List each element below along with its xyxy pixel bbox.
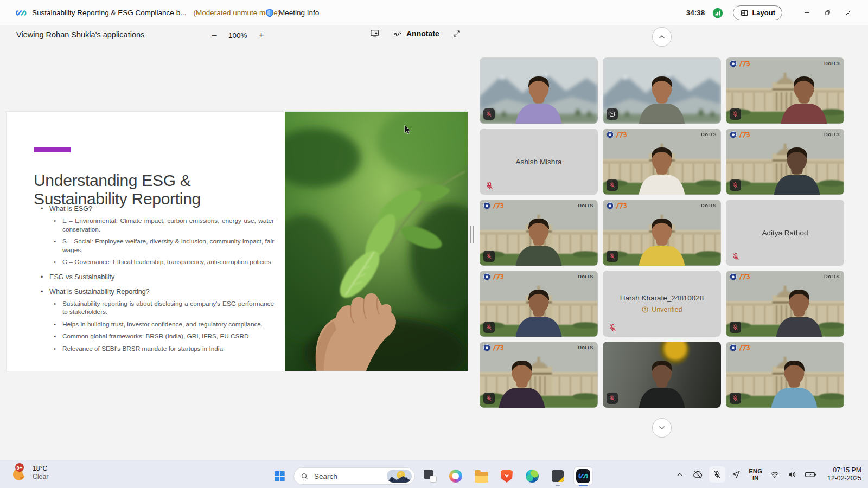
mic-muted-icon [483,108,495,120]
iitr-175-logo [738,60,751,67]
active-app-indicator [579,485,588,486]
layout-grid-icon [740,9,749,17]
mic-muted-icon [731,252,741,261]
campus-logo [607,131,628,138]
question-circle-icon [641,306,649,313]
close-icon [844,9,852,17]
copilot-button[interactable] [445,465,466,487]
participant-tile[interactable] [480,57,598,124]
campus-logo [730,131,751,138]
iitr-emblem-icon [607,202,614,209]
weather-widget[interactable]: 9+ 18°C Clear [12,464,48,481]
taskbar-search[interactable] [293,467,415,485]
bullet-subitem: G – Governance: Ethical leadership, tran… [53,258,274,267]
participant-tile[interactable]: Harsh Kharate_24810028 Unverified [603,271,721,337]
participant-video [498,215,579,266]
battery-button[interactable] [803,467,819,481]
participant-tile[interactable] [603,342,721,408]
windows-logo-icon [273,470,286,483]
layout-button[interactable]: Layout [733,5,782,20]
panel-drag-handle[interactable] [470,226,474,243]
search-input[interactable] [313,472,382,481]
participant-tile[interactable]: DoITS [603,200,721,266]
notepad-icon [552,470,564,482]
mic-muted-icon [608,323,617,332]
brave-browser-button[interactable] [496,465,517,487]
notepad-button[interactable] [547,465,568,487]
pip-view-button[interactable] [369,28,380,38]
task-view-button[interactable] [420,465,441,487]
share-toolbar: Viewing Rohan Shukla's applications − 10… [0,25,473,47]
expand-button[interactable] [452,29,461,38]
minimize-button[interactable] [796,2,817,24]
language-indicator[interactable]: ENG IN [749,468,762,481]
bullet-item: What is Sustainability Reporting? [34,288,276,296]
zoom-in-button[interactable]: + [256,28,267,42]
file-explorer-button[interactable] [471,465,492,487]
campus-logo [730,60,751,67]
viewing-label: Viewing Rohan Shukla's applications [16,30,144,39]
participant-tile[interactable]: DoITS [480,271,598,337]
bullet-subitem: S – Social: Employee welfare, diversity … [53,237,274,254]
mic-muted-icon [713,470,722,479]
chevron-down-icon [656,422,667,433]
close-button[interactable] [838,2,858,24]
participant-tile[interactable]: DoITS [726,271,844,337]
tray-expand-button[interactable] [673,468,686,481]
onedrive-paused-button[interactable] [691,467,705,481]
edge-browser-button[interactable] [522,465,542,487]
maximize-button[interactable] [817,2,838,24]
participant-tile[interactable] [603,57,721,124]
annotate-button[interactable]: Annotate [393,28,439,38]
wifi-button[interactable] [768,468,781,481]
participant-tile[interactable]: Aditya Rathod [726,200,844,266]
zoom-level: 100% [228,31,247,40]
scroll-up-button[interactable] [652,27,672,47]
participant-tile[interactable] [726,342,844,408]
participant-tile[interactable]: DoITS [726,57,844,124]
chevron-up-icon [675,470,685,479]
cloud-off-icon [692,469,703,480]
start-button[interactable] [270,467,289,485]
chevron-up-icon [656,31,667,42]
participant-name: Ashish Mishra [516,158,562,166]
unverified-label: Unverified [652,306,682,313]
participant-video [758,286,840,337]
campus-logo [607,202,628,209]
tray-mic-button[interactable] [709,466,725,483]
mic-muted-icon [730,322,741,333]
webex-app-button[interactable] [573,465,593,487]
participant-tile[interactable]: Ashish Mishra [480,129,598,195]
webex-logo-icon [15,7,27,19]
search-highlight-image[interactable] [387,470,412,483]
zoom-out-button[interactable]: − [208,28,220,42]
participant-tile[interactable]: DoITS [480,200,598,266]
iitr-175-logo [492,273,505,280]
webex-app-icon [574,467,592,485]
monitor-icon [369,28,380,38]
pen-squiggle-icon [393,28,403,38]
connection-quality-icon[interactable] [712,8,723,18]
meeting-info-button[interactable]: Meeting Info [265,0,319,25]
campus-logo [730,273,751,280]
iitr-emblem-icon [607,131,614,138]
location-indicator[interactable] [730,468,743,481]
volume-button[interactable] [786,468,799,481]
participant-tile[interactable]: DoITS [726,129,844,195]
bullet-subitem: Common global frameworks: BRSR (India), … [53,332,274,341]
scroll-down-button[interactable] [652,418,672,438]
clock[interactable]: 07:15 PM 12-02-2025 [827,466,861,483]
mic-muted-icon [485,181,494,190]
layout-button-label: Layout [752,9,775,17]
mic-muted-icon [730,179,741,191]
participant-tile[interactable]: DoITS [603,129,721,195]
slide-accent-bar [34,147,71,152]
participant-name: Aditya Rathod [762,229,808,237]
minimize-icon [803,9,811,17]
participant-video [621,357,703,408]
bullet-item: What is ESG? [34,205,276,213]
shield-icon [265,8,275,18]
participant-tile[interactable]: DoITS [480,342,598,408]
mic-muted-icon [607,179,618,191]
copilot-icon [449,470,462,483]
